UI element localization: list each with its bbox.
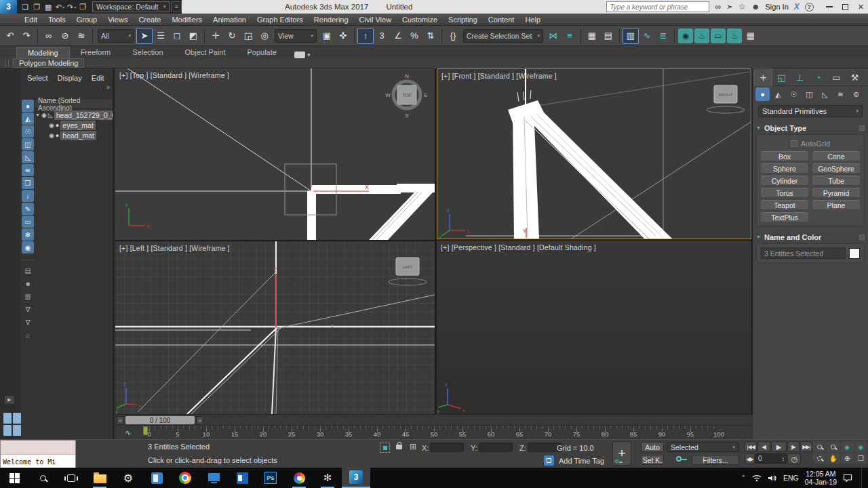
object-type-header[interactable]: ▼ Object Type xyxy=(756,123,865,133)
photoshop-button[interactable]: Ps xyxy=(256,468,285,488)
viewport-left[interactable]: [+] [Left ] [Standard ] [Wireframe ] Y z… xyxy=(115,241,435,414)
expand-arrow-icon[interactable]: ▼ xyxy=(35,113,40,117)
primitive-button[interactable]: Tube xyxy=(812,176,860,186)
search-input[interactable] xyxy=(607,3,709,11)
time-slider[interactable]: < 0 / 100 > xyxy=(115,414,753,425)
search-icon[interactable]: ∞ xyxy=(715,2,721,12)
node-label[interactable]: head_mat xyxy=(60,131,96,140)
close-button[interactable]: ✕ xyxy=(858,3,864,12)
task-view-button[interactable] xyxy=(57,468,85,488)
primitive-button[interactable]: Sphere xyxy=(761,163,808,174)
select-and-manipulate-icon[interactable]: ✜ xyxy=(335,28,351,44)
previous-frame-icon[interactable]: ◀| xyxy=(757,441,770,452)
orbit-icon[interactable]: ⊕ xyxy=(841,453,854,464)
file-explorer-button[interactable] xyxy=(85,468,114,488)
view-list-icon[interactable]: ▤ xyxy=(22,264,34,277)
mirror-icon[interactable]: ⋈ xyxy=(545,28,561,44)
viewport-front-label[interactable]: [+] [Front ] [Standard ] [Wireframe ] xyxy=(441,72,557,80)
menu-item[interactable]: Rendering xyxy=(309,14,354,26)
object-name-field[interactable]: 3 Entities Selected xyxy=(761,247,846,259)
menu-item[interactable]: Create xyxy=(133,14,166,26)
render-production-icon[interactable]: ♨ xyxy=(727,28,742,43)
viewport-perspective-label[interactable]: [+] [Perspective ] [Standard ] [Default … xyxy=(441,243,596,251)
pan-icon[interactable]: ✋ xyxy=(827,453,840,464)
open-file-icon[interactable]: ❐ xyxy=(31,1,43,13)
select-and-scale-icon[interactable]: ◲ xyxy=(240,28,256,44)
volume-icon[interactable] xyxy=(768,474,777,482)
zoom-extents-icon[interactable]: ◈ xyxy=(841,441,854,452)
menu-item[interactable]: Modifiers xyxy=(166,14,208,26)
primitive-button[interactable]: Pyramid xyxy=(812,188,860,198)
primitive-button[interactable]: Torus xyxy=(761,188,808,198)
selection-lock-icon[interactable] xyxy=(396,445,402,449)
curve-editor-icon[interactable]: ∿ xyxy=(639,28,655,44)
layer-explorer-toggle-icon[interactable]: ▤ xyxy=(600,28,616,44)
menu-item[interactable]: Edit xyxy=(19,14,43,26)
geometry-subtab[interactable]: ● xyxy=(755,87,770,101)
node-label[interactable]: eyes_mat xyxy=(60,121,96,130)
node-label[interactable]: head_152729_0_0_ xyxy=(54,110,113,120)
paint-button[interactable] xyxy=(285,468,313,488)
viewport-perspective[interactable]: [+] [Perspective ] [Standard ] [Default … xyxy=(437,241,751,414)
polygon-modeling-panel[interactable]: Polygon Modeling xyxy=(13,58,84,68)
search-box[interactable] xyxy=(606,1,709,12)
angle-snap-icon[interactable]: ∠ xyxy=(390,28,406,44)
window-crossing-icon[interactable]: ◩ xyxy=(185,28,201,44)
rollout-pin-icon[interactable] xyxy=(859,125,865,131)
ribbon-tab[interactable]: Freeform xyxy=(70,47,122,58)
set-key-button[interactable]: Set K. xyxy=(641,455,664,465)
viewport-layout-button[interactable] xyxy=(3,413,21,436)
spinner-icon[interactable]: ▴▾ xyxy=(782,456,784,462)
select-by-name-icon[interactable]: ☰ xyxy=(153,28,169,44)
filter-spacewarps-icon[interactable]: ≋ xyxy=(22,164,34,176)
track-bar[interactable]: ∿ 05101520253035404550556065707580859095… xyxy=(115,425,753,439)
filter-selected-icon[interactable]: ∇ xyxy=(22,303,34,315)
helpers-subtab[interactable]: ◺ xyxy=(818,87,832,101)
workspace-reset-icon[interactable]: ≡ xyxy=(171,1,182,12)
new-file-icon[interactable]: ❏ xyxy=(20,1,31,13)
help-icon[interactable]: ? xyxy=(805,3,814,12)
zoom-icon[interactable] xyxy=(813,441,826,452)
viewport-top[interactable]: [+] [Top ] [Standard ] [Wireframe ] Y X … xyxy=(115,68,435,240)
undo-icon[interactable]: ↶▾ xyxy=(54,1,66,13)
scene-explorer-toggle-icon[interactable]: ▦ xyxy=(584,28,600,44)
select-and-move-icon[interactable]: ✛ xyxy=(208,28,224,44)
select-and-rotate-icon[interactable]: ↻ xyxy=(224,28,240,44)
filter-bones-icon[interactable]: ✎ xyxy=(22,203,34,215)
play-icon[interactable]: ▶ xyxy=(771,441,787,452)
time-configuration-icon[interactable]: ◷ xyxy=(787,453,801,464)
auto-key-button[interactable]: Auto xyxy=(641,442,664,452)
explorer-menu-item[interactable]: Select xyxy=(27,74,48,82)
go-to-start-icon[interactable]: |◀◀ xyxy=(745,441,757,452)
visibility-eye-icon[interactable]: ◉ xyxy=(41,112,47,119)
autogrid-checkbox[interactable] xyxy=(791,140,797,147)
cameras-subtab[interactable]: ◫ xyxy=(802,87,816,101)
explorer-menu-item[interactable]: Edit xyxy=(92,74,104,82)
menu-item[interactable]: Help xyxy=(519,14,546,26)
key-mode-icon[interactable]: ◀▶ xyxy=(745,453,755,464)
primitive-button[interactable]: Teapot xyxy=(761,200,808,210)
systems-subtab[interactable]: ⊚ xyxy=(849,87,863,101)
people-app-button[interactable] xyxy=(142,468,171,488)
material-editor-icon[interactable]: ◉ xyxy=(678,28,693,43)
view-detail-icon[interactable]: ▥ xyxy=(22,290,34,302)
filters-button[interactable]: Filters... xyxy=(692,455,739,465)
this-pc-button[interactable] xyxy=(199,468,228,488)
filter-lights-icon[interactable]: ☉ xyxy=(22,125,34,138)
y-coord-field[interactable] xyxy=(479,443,513,452)
explorer-menu-item[interactable]: Display xyxy=(58,74,82,82)
zoom-region-icon[interactable] xyxy=(813,453,826,464)
menu-item[interactable]: Civil View xyxy=(354,14,397,26)
filter-visibility-icon[interactable]: ◉ xyxy=(22,241,34,253)
sign-in-button[interactable]: Sign In xyxy=(766,3,789,11)
playhead[interactable] xyxy=(143,426,148,435)
render-grid-icon[interactable]: ▦ xyxy=(743,28,759,44)
primitive-button[interactable]: Box xyxy=(761,151,808,161)
zoom-all-icon[interactable] xyxy=(827,441,840,452)
create-tab[interactable]: + xyxy=(754,68,772,86)
menu-item[interactable]: Views xyxy=(102,14,133,26)
redo-icon[interactable]: ↷▾ xyxy=(66,1,77,13)
current-frame-field[interactable]: 0 ▴▾ xyxy=(755,453,787,464)
ribbon-grip[interactable] xyxy=(5,60,9,67)
menu-item[interactable]: Animation xyxy=(208,14,252,26)
